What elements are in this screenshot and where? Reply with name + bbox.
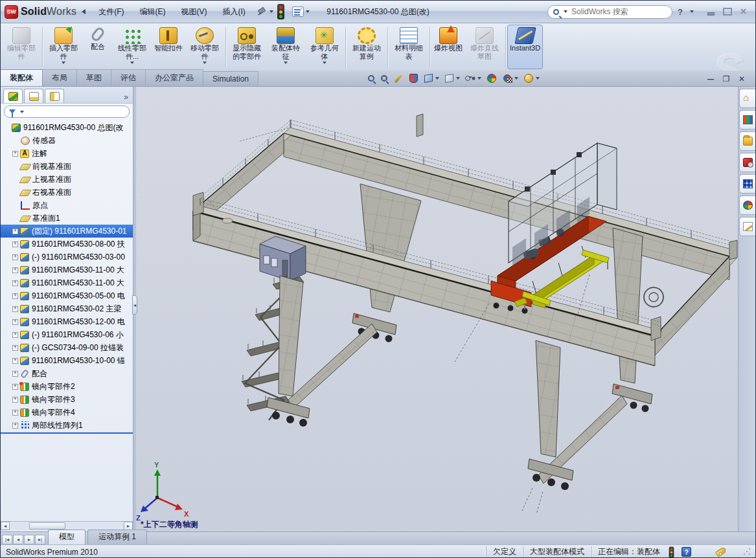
tree-item-component[interactable]: 911601RMG4530-12-00 电: [1, 315, 133, 328]
expand-toggle[interactable]: [12, 397, 18, 403]
expand-toggle[interactable]: [12, 332, 18, 338]
tree-item-component[interactable]: (-) GCS0734-09-00 拉锚装: [1, 341, 133, 354]
panel-collapse-handle[interactable]: [132, 295, 137, 315]
zoom-to-fit-button[interactable]: [365, 72, 377, 85]
menu-file[interactable]: 文件(F): [92, 4, 130, 20]
tree-item-component[interactable]: 911601RMG4530-11-00 大: [1, 276, 133, 289]
taskpane-custom-properties-tab[interactable]: [739, 217, 756, 236]
new-motion-study-button[interactable]: 新建运动算例: [347, 25, 386, 69]
expand-toggle[interactable]: [12, 384, 18, 390]
minimize-button[interactable]: [705, 7, 716, 17]
expand-toggle[interactable]: [12, 410, 18, 416]
search-input[interactable]: [570, 6, 654, 17]
expand-toggle[interactable]: [12, 306, 18, 312]
panel-horizontal-scrollbar[interactable]: [1, 521, 133, 530]
section-view-button[interactable]: [407, 72, 420, 85]
expand-toggle[interactable]: [12, 280, 18, 286]
interference-traffic-light-icon[interactable]: [277, 4, 284, 19]
tree-item-component-selected[interactable]: (固定) 911601RMG4530-01: [1, 225, 133, 238]
front-left-leg[interactable]: [267, 276, 310, 427]
taskpane-view-palette-tab[interactable]: [739, 174, 756, 194]
search-field[interactable]: [547, 5, 672, 19]
tree-item-mirror-component[interactable]: 镜向零部件3: [1, 393, 133, 406]
tree-item-plane1[interactable]: 基准面1: [1, 212, 133, 225]
tree-item-component[interactable]: 911601RMG4530-08-00 扶: [1, 238, 133, 251]
menu-view[interactable]: 视图(V): [174, 4, 213, 20]
tree-item-component[interactable]: 911601RMG4530-02 主梁: [1, 302, 133, 315]
dropdown-arrow-icon[interactable]: [514, 77, 518, 80]
dropdown-arrow-icon[interactable]: [130, 61, 134, 64]
first-tab-button[interactable]: [2, 535, 12, 544]
tree-item-component[interactable]: (-) 911601RMG4530-06 小: [1, 328, 133, 341]
instant3d-button[interactable]: Instant3D: [507, 25, 543, 69]
tab-office-products[interactable]: 办公室产品: [145, 69, 203, 86]
mate-button[interactable]: 配合: [83, 25, 113, 69]
last-tab-button[interactable]: [35, 535, 45, 544]
taskpane-resources-tab[interactable]: [739, 89, 756, 108]
tree-item-annotations[interactable]: 注解: [1, 147, 133, 160]
tree-item-mirror-component[interactable]: 镜向零部件4: [1, 406, 133, 419]
expand-toggle[interactable]: [12, 293, 18, 299]
quick-tips-help-button[interactable]: [682, 547, 691, 557]
front-right-leg[interactable]: [522, 340, 573, 514]
shadows-button[interactable]: [521, 72, 542, 85]
tab-evaluate[interactable]: 评估: [111, 69, 146, 86]
move-component-button[interactable]: 移动零部件: [185, 25, 224, 69]
taskpane-toolbox-tab[interactable]: [739, 153, 756, 172]
taskpane-file-explorer-tab[interactable]: [739, 131, 756, 151]
tree-item-origin[interactable]: 原点: [1, 199, 133, 212]
configuration-manager-tab[interactable]: [45, 89, 64, 103]
reference-geometry-button[interactable]: 参考几何体: [305, 25, 344, 69]
zoom-to-area-button[interactable]: [378, 72, 390, 85]
tag-icon[interactable]: [715, 546, 727, 557]
help-button[interactable]: ?: [678, 7, 683, 17]
expand-toggle[interactable]: [12, 358, 18, 364]
design-checker-icon[interactable]: [292, 6, 304, 17]
tree-item-component[interactable]: (-) 911601RMG4530-03-00: [1, 251, 133, 263]
dropdown-arrow-icon[interactable]: [477, 77, 481, 80]
next-tab-button[interactable]: [24, 535, 34, 544]
search-scope-arrow-icon[interactable]: [564, 10, 567, 13]
magnified-selection-button[interactable]: [391, 72, 406, 85]
model-tab[interactable]: 模型: [48, 530, 86, 544]
graphics-viewport[interactable]: Y X Z *上下二等角轴测: [136, 87, 739, 531]
tree-item-front-plane[interactable]: 前视基准面: [1, 160, 133, 173]
right-end-beam[interactable]: [655, 256, 737, 355]
doc-restore-button[interactable]: [722, 74, 731, 84]
doc-close-button[interactable]: [737, 74, 746, 84]
dropdown-arrow-icon[interactable]: [456, 77, 460, 80]
close-button[interactable]: [738, 7, 749, 17]
insert-component-button[interactable]: 插入零部件: [44, 25, 83, 69]
tree-item-sensors[interactable]: 传感器: [1, 134, 133, 147]
feature-tree-tab[interactable]: [3, 89, 23, 103]
taskpane-appearances-tab[interactable]: [739, 195, 756, 215]
tab-sketch[interactable]: 草图: [76, 69, 111, 86]
filter-arrow-icon[interactable]: [20, 111, 24, 113]
resize-grip[interactable]: [743, 548, 751, 556]
expand-toggle[interactable]: [12, 267, 18, 273]
menu-collapse-icon[interactable]: [82, 9, 86, 14]
panel-chevron-icon[interactable]: [122, 93, 130, 103]
tree-item-top-plane[interactable]: 上视基准面: [1, 173, 133, 186]
assembly-features-button[interactable]: 装配体特征: [266, 25, 305, 69]
smart-fasteners-button[interactable]: 智能扣件: [152, 25, 185, 69]
menu-edit[interactable]: 编辑(E): [133, 4, 172, 20]
previous-tab-button[interactable]: [13, 535, 23, 544]
tree-item-root[interactable]: 911601RMG4530-00 总图(改: [1, 121, 133, 134]
tree-item-local-pattern[interactable]: 局部线性阵列1: [1, 419, 133, 432]
expand-toggle[interactable]: [12, 319, 18, 325]
expand-toggle[interactable]: [12, 254, 18, 260]
menu-overflow-arrow-icon[interactable]: [269, 10, 273, 13]
taskpane-design-library-tab[interactable]: [739, 110, 756, 129]
dropdown-arrow-icon[interactable]: [536, 77, 540, 80]
help-arrow-icon[interactable]: [690, 10, 694, 13]
edit-component-button[interactable]: 编辑零部件: [2, 25, 41, 69]
display-style-button[interactable]: [442, 72, 462, 85]
motion-study-tab[interactable]: 运动算例 1: [87, 530, 147, 544]
view-settings-button[interactable]: [500, 72, 520, 85]
property-manager-tab[interactable]: [24, 89, 43, 103]
expand-toggle[interactable]: [12, 423, 18, 429]
scroll-left-icon[interactable]: [1, 522, 10, 530]
dropdown-arrow-icon[interactable]: [62, 61, 65, 64]
dropdown-arrow-icon[interactable]: [323, 61, 326, 64]
